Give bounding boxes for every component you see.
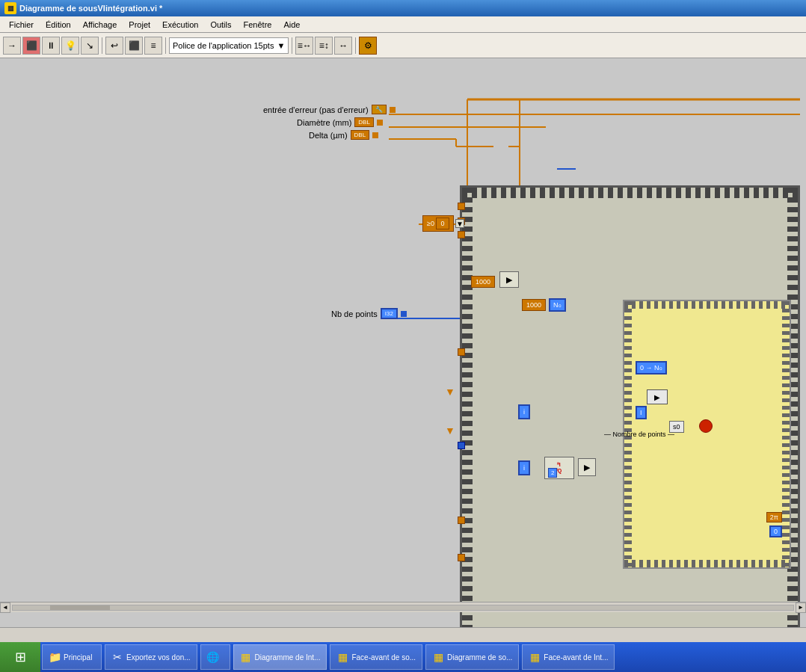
tool2[interactable]: ⬛ xyxy=(125,37,143,55)
scroll-left-btn[interactable]: ◄ xyxy=(0,602,10,613)
chevron-1: ▼ xyxy=(445,386,455,398)
left-terminal-1 xyxy=(458,203,465,210)
nb-points-terminal: I32 xyxy=(381,308,398,319)
main-canvas[interactable]: 0 → N₀ ▶ I s0 2π 0 1000 ▶ 1000 N₀ i i xyxy=(0,58,806,627)
scroll-right-btn[interactable]: ► xyxy=(796,602,806,613)
export-label: Exportez vos don... xyxy=(126,653,191,662)
left-terminal-5 xyxy=(458,517,465,524)
i-block-top: i xyxy=(518,404,530,419)
pause-button[interactable]: ⏸ xyxy=(42,37,60,55)
zero-const-block: ≥0 0 xyxy=(422,215,454,232)
multiply-block: ▶ xyxy=(499,271,519,288)
app-icon: ▦ xyxy=(4,2,16,14)
run-button[interactable]: → xyxy=(3,37,21,55)
face-avant-int-label: Face-avant de Int... xyxy=(544,653,608,662)
taskbar-chrome[interactable]: 🌐 xyxy=(200,644,230,670)
loop-top-border xyxy=(462,188,798,198)
diagramme-so-label: Diagramme de so... xyxy=(447,653,512,662)
nb-points-row: Nb de points I32 xyxy=(331,308,407,319)
zero-arrow: ▼ xyxy=(455,219,464,228)
h-scrollbar[interactable]: ◄ ► xyxy=(0,602,806,612)
left-terminal-3 xyxy=(458,231,465,238)
reorder-button[interactable]: ⚙ xyxy=(359,37,377,55)
distribute-button[interactable]: ≡↕ xyxy=(315,37,333,55)
status-bar xyxy=(0,627,806,642)
menu-fichier[interactable]: Fichier xyxy=(3,19,40,31)
menu-aide[interactable]: Aide xyxy=(277,19,306,31)
error-label: entrée d'erreur (pas d'erreur) xyxy=(263,105,369,114)
diagramme-so-icon: ▦ xyxy=(432,651,444,663)
scroll-track[interactable] xyxy=(12,605,794,611)
resize-button[interactable]: ↔ xyxy=(334,37,352,55)
taskbar-diagramme-so[interactable]: ▦ Diagramme de so... xyxy=(425,644,519,670)
diameter-dot xyxy=(377,120,383,126)
i-equals-block: I xyxy=(636,406,647,419)
scroll-thumb xyxy=(50,605,110,610)
zero-input-row: ≥0 0 ▼ xyxy=(422,215,464,232)
window-title: Diagramme de sousVIintégration.vi * xyxy=(19,4,162,13)
menu-projet[interactable]: Projet xyxy=(123,19,156,31)
i-block-bottom: i xyxy=(518,460,530,475)
taskbar-principal[interactable]: 📁 Principal xyxy=(42,644,102,670)
face-avant-int-icon: ▦ xyxy=(529,651,541,663)
toolbar: → ⬛ ⏸ 💡 ↘ ↩ ⬛ ≡ Police de l'application … xyxy=(0,33,806,58)
const-1000-2: 1000 xyxy=(522,299,546,311)
toolbar-sep1 xyxy=(102,37,102,54)
zero-n0-block: 0 → N₀ xyxy=(636,361,667,374)
left-terminal-4 xyxy=(458,348,465,356)
function-arrow: ▶ xyxy=(578,458,596,476)
diagramme-int-icon: ▦ xyxy=(240,651,252,663)
const-2: 2 xyxy=(548,468,557,478)
taskbar-face-avant-int[interactable]: ▦ Face-avant de Int... xyxy=(522,644,615,670)
left-terminal-6 xyxy=(458,554,465,561)
tool3[interactable]: ≡ xyxy=(144,37,162,55)
principal-icon: 📁 xyxy=(49,651,61,663)
thousand-n0-area: 1000 N₀ xyxy=(522,298,566,312)
principal-label: Principal xyxy=(64,653,92,662)
tool1[interactable]: ↩ xyxy=(105,37,123,55)
chevron-2: ▼ xyxy=(445,425,455,437)
highlight-button[interactable]: 💡 xyxy=(61,37,79,55)
delta-terminal: DBL xyxy=(351,130,370,140)
inner-top-border xyxy=(624,301,790,309)
stop-button[interactable]: ⬛ xyxy=(22,37,40,55)
export-icon: ✂ xyxy=(111,651,123,663)
two-pi-block: 2π xyxy=(766,512,782,523)
error-terminal: 🔧 xyxy=(372,105,387,114)
error-input-row: entrée d'erreur (pas d'erreur) 🔧 xyxy=(263,105,396,114)
left-terminal-blue xyxy=(458,442,465,449)
menu-fenetre[interactable]: Fenêtre xyxy=(238,19,278,31)
face-avant-so-icon: ▦ xyxy=(336,651,348,663)
step-into-button[interactable]: ↘ xyxy=(81,37,99,55)
menu-execution[interactable]: Exécution xyxy=(156,19,204,31)
taskbar: ⊞ 📁 Principal ✂ Exportez vos don... 🌐 ▦ … xyxy=(0,642,806,672)
font-label: Police de l'application 15pts xyxy=(173,41,274,50)
face-avant-so-label: Face-avant de so... xyxy=(351,653,416,662)
zero-block-bottom: 0 xyxy=(769,525,782,537)
inner-right-border xyxy=(782,301,790,567)
align-button[interactable]: ≡↔ xyxy=(295,37,313,55)
diagram-frame: 0 → N₀ ▶ I s0 2π 0 1000 ▶ 1000 N₀ i i xyxy=(460,185,800,627)
start-button[interactable]: ⊞ xyxy=(0,642,40,672)
menu-bar: Fichier Édition Affichage Projet Exécuti… xyxy=(0,16,806,33)
arrow-block-inner: ▶ xyxy=(647,389,668,404)
toolbar-sep4 xyxy=(355,37,356,54)
diameter-label: Diamètre (mm) xyxy=(297,118,351,127)
taskbar-diagramme-int[interactable]: ▦ Diagramme de Int... xyxy=(233,644,327,670)
delta-label: Delta (µm) xyxy=(309,131,348,140)
taskbar-face-avant-so[interactable]: ▦ Face-avant de so... xyxy=(330,644,422,670)
taskbar-export[interactable]: ✂ Exportez vos don... xyxy=(105,644,197,670)
nb-points-label: Nb de points xyxy=(331,309,378,318)
toolbar-sep3 xyxy=(292,37,292,54)
menu-affichage[interactable]: Affichage xyxy=(77,19,123,31)
menu-outils[interactable]: Outils xyxy=(204,19,237,31)
error-dot xyxy=(390,107,396,113)
font-dropdown[interactable]: Police de l'application 15pts ▼ xyxy=(169,37,289,54)
inner-bottom-border xyxy=(624,560,790,567)
toolbar-sep2 xyxy=(165,37,166,54)
menu-edition[interactable]: Édition xyxy=(40,19,77,31)
chrome-icon: 🌐 xyxy=(207,651,219,663)
diameter-terminal: DBL xyxy=(354,117,374,127)
diagramme-int-label: Diagramme de Int... xyxy=(255,653,321,662)
const-1000: 1000 xyxy=(471,276,495,288)
